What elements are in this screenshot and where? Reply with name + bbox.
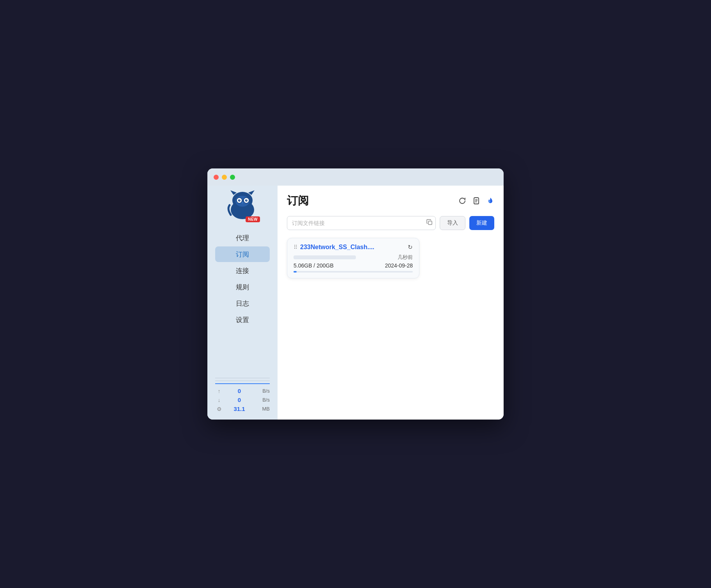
progress-bar-fill xyxy=(294,271,297,273)
card-refresh-icon[interactable]: ↻ xyxy=(408,244,413,251)
memory-icon: ⚙ xyxy=(215,406,223,412)
search-input-wrap xyxy=(287,216,436,230)
subscription-card: ⠿ 233Network_SS_Clash.... ↻ 几秒前 5.06GB /… xyxy=(287,238,419,278)
divider-blue xyxy=(215,383,270,384)
download-stat: ↓ 0 B/s xyxy=(215,395,270,404)
sidebar-item-settings[interactable]: 设置 xyxy=(215,312,270,328)
svg-point-11 xyxy=(246,200,247,200)
card-info-row: 几秒前 xyxy=(294,254,413,261)
sidebar-item-connections[interactable]: 连接 xyxy=(215,263,270,278)
app-window: NEW 代理 订阅 连接 规则 日志 设置 ↑ 0 B/s xyxy=(207,168,504,420)
upload-value: 0 xyxy=(223,388,256,394)
maximize-button[interactable] xyxy=(230,175,235,180)
refresh-icon xyxy=(458,197,466,205)
main-content: 订阅 xyxy=(278,186,504,420)
card-time: 几秒前 xyxy=(398,254,413,261)
new-button[interactable]: 新建 xyxy=(469,216,494,230)
card-name: 233Network_SS_Clash.... xyxy=(300,244,405,251)
download-unit: B/s xyxy=(256,397,270,403)
search-bar: 导入 新建 xyxy=(287,216,494,230)
drag-handle-icon: ⠿ xyxy=(294,244,297,250)
svg-point-10 xyxy=(239,200,240,200)
card-usage-row: 5.06GB / 200GB 2024-09-28 xyxy=(294,262,413,269)
memory-value: 31.1 xyxy=(223,406,256,412)
card-url-bar xyxy=(294,255,356,259)
minimize-button[interactable] xyxy=(222,175,227,180)
refresh-all-button[interactable] xyxy=(458,197,466,205)
close-button[interactable] xyxy=(214,175,219,180)
copy-icon-button[interactable] xyxy=(426,219,433,227)
app-logo xyxy=(225,190,260,221)
sidebar-item-proxy[interactable]: 代理 xyxy=(215,230,270,246)
divider-1 xyxy=(215,378,270,378)
new-badge: NEW xyxy=(246,216,260,222)
memory-stat: ⚙ 31.1 MB xyxy=(215,404,270,413)
nav-menu: 代理 订阅 连接 规则 日志 设置 xyxy=(207,230,278,328)
titlebar xyxy=(207,168,504,186)
document-icon xyxy=(472,197,480,205)
page-title: 订阅 xyxy=(287,193,309,208)
copy-icon xyxy=(426,219,433,225)
header-actions xyxy=(458,197,494,205)
sidebar-item-logs[interactable]: 日志 xyxy=(215,296,270,311)
flame-icon xyxy=(486,197,494,205)
card-usage: 5.06GB / 200GB xyxy=(294,262,334,269)
sidebar-bottom: ↑ 0 B/s ↓ 0 B/s ⚙ 31.1 MB xyxy=(215,375,270,420)
flame-button[interactable] xyxy=(486,197,494,205)
download-value: 0 xyxy=(223,397,256,403)
svg-point-12 xyxy=(242,202,243,204)
svg-point-9 xyxy=(245,199,248,202)
upload-unit: B/s xyxy=(256,388,270,394)
document-button[interactable] xyxy=(472,197,480,205)
card-header: ⠿ 233Network_SS_Clash.... ↻ xyxy=(294,244,413,251)
sidebar-item-subscription[interactable]: 订阅 xyxy=(215,246,270,262)
divider-2 xyxy=(215,381,270,381)
svg-rect-17 xyxy=(428,221,432,225)
sidebar-item-rules[interactable]: 规则 xyxy=(215,279,270,295)
search-input[interactable] xyxy=(287,216,436,230)
card-date: 2024-09-28 xyxy=(385,262,413,269)
svg-point-8 xyxy=(238,199,241,202)
upload-icon: ↑ xyxy=(215,388,223,394)
sidebar: NEW 代理 订阅 连接 规则 日志 设置 ↑ 0 B/s xyxy=(207,186,278,420)
main-header: 订阅 xyxy=(287,193,494,208)
import-button[interactable]: 导入 xyxy=(440,216,465,230)
memory-unit: MB xyxy=(256,406,270,412)
download-icon: ↓ xyxy=(215,397,223,403)
progress-bar-background xyxy=(294,271,413,273)
logo-area: NEW xyxy=(225,190,260,222)
app-body: NEW 代理 订阅 连接 规则 日志 设置 ↑ 0 B/s xyxy=(207,186,504,420)
upload-stat: ↑ 0 B/s xyxy=(215,386,270,395)
